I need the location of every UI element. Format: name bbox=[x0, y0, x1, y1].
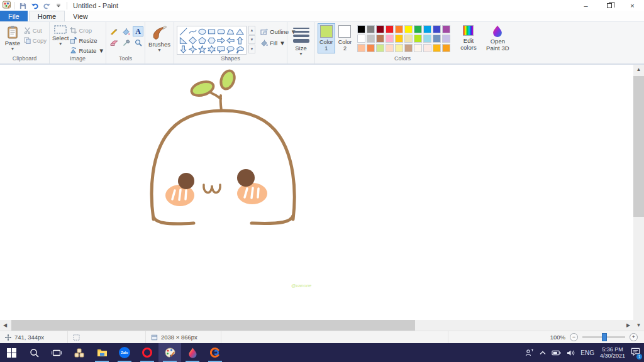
save-button[interactable] bbox=[18, 1, 28, 11]
palette-swatch[interactable] bbox=[357, 35, 365, 43]
palette-swatch[interactable] bbox=[414, 35, 422, 43]
taskbar-swirl-app-icon[interactable] bbox=[204, 343, 226, 362]
palette-swatch[interactable] bbox=[414, 25, 422, 33]
language-indicator[interactable]: ENG bbox=[580, 349, 594, 356]
shapes-scroll-up-icon[interactable]: ▲ bbox=[248, 26, 255, 35]
people-icon[interactable] bbox=[525, 349, 534, 356]
cut-button[interactable]: Cut bbox=[24, 26, 47, 35]
pencil-tool[interactable] bbox=[109, 26, 119, 36]
shape-rectangle[interactable] bbox=[207, 27, 216, 36]
clock[interactable]: 5:36 PM 4/30/2021 bbox=[600, 346, 625, 359]
restore-button[interactable] bbox=[597, 0, 621, 11]
quick-access-dropdown-icon[interactable] bbox=[53, 1, 64, 11]
palette-swatch[interactable] bbox=[386, 25, 394, 33]
edit-colors-button[interactable]: Editcolors bbox=[455, 23, 482, 51]
taskbar-task-view-icon[interactable] bbox=[45, 343, 68, 362]
palette-swatch[interactable] bbox=[367, 25, 375, 33]
magnifier-tool[interactable] bbox=[133, 38, 143, 48]
vertical-scroll-thumb[interactable] bbox=[633, 76, 644, 217]
palette-swatch[interactable] bbox=[376, 35, 384, 43]
zoom-slider-thumb[interactable] bbox=[602, 333, 607, 341]
taskbar-file-explorer-icon[interactable] bbox=[91, 343, 113, 362]
text-tool[interactable]: A bbox=[133, 26, 143, 36]
palette-swatch[interactable] bbox=[386, 35, 394, 43]
palette-swatch[interactable] bbox=[404, 44, 413, 52]
zoom-slider[interactable] bbox=[582, 336, 625, 338]
horizontal-scroll-thumb[interactable] bbox=[11, 320, 415, 331]
brushes-button[interactable]: Brushes ▼ bbox=[148, 23, 171, 52]
drawing-canvas[interactable]: @vanone bbox=[0, 65, 633, 320]
tab-home[interactable]: Home bbox=[29, 11, 65, 21]
hidden-icons-chevron-icon[interactable] bbox=[540, 351, 546, 355]
palette-swatch[interactable] bbox=[423, 25, 431, 33]
shape-callout-oval[interactable] bbox=[226, 45, 235, 53]
shape-callout-cloud[interactable] bbox=[235, 45, 245, 53]
undo-icon[interactable] bbox=[30, 1, 40, 11]
palette-swatch[interactable] bbox=[442, 35, 450, 43]
select-button[interactable]: Select ▼ bbox=[52, 23, 69, 45]
action-center-button[interactable]: 1 bbox=[631, 347, 640, 358]
close-button[interactable]: × bbox=[621, 0, 644, 11]
vertical-scrollbar[interactable]: ▲ ▼ bbox=[633, 65, 644, 331]
palette-swatch[interactable] bbox=[433, 25, 441, 33]
palette-swatch[interactable] bbox=[395, 44, 403, 52]
horizontal-scrollbar[interactable]: ◀ ▶ bbox=[0, 320, 633, 331]
palette-swatch[interactable] bbox=[367, 44, 375, 52]
tab-view[interactable]: View bbox=[65, 11, 96, 21]
palette-swatch[interactable] bbox=[433, 35, 441, 43]
taskbar-start-icon[interactable] bbox=[0, 343, 23, 362]
shape-arrow-left[interactable] bbox=[226, 36, 235, 45]
shapes-scroll-down-icon[interactable]: ▼ bbox=[248, 35, 255, 44]
shape-diamond[interactable] bbox=[188, 36, 197, 45]
scroll-up-icon[interactable]: ▲ bbox=[636, 65, 641, 75]
minimize-button[interactable]: – bbox=[574, 0, 597, 11]
taskbar-tiles-app-icon[interactable] bbox=[68, 343, 91, 362]
shape-line[interactable] bbox=[179, 27, 188, 36]
shape-hexagon[interactable] bbox=[207, 36, 216, 45]
rotate-button[interactable]: Rotate ▼ bbox=[70, 46, 104, 55]
color2-button[interactable]: Color 2 bbox=[336, 23, 354, 53]
zoom-in-button[interactable]: + bbox=[630, 333, 638, 341]
shape-pentagon[interactable] bbox=[197, 36, 207, 45]
scroll-down-icon[interactable]: ▼ bbox=[636, 321, 641, 331]
zoom-out-button[interactable]: − bbox=[570, 333, 578, 341]
palette-swatch[interactable] bbox=[357, 25, 365, 33]
scroll-right-icon[interactable]: ▶ bbox=[623, 322, 633, 328]
taskbar-opera-icon[interactable] bbox=[136, 343, 158, 362]
shape-polygon[interactable] bbox=[226, 27, 235, 36]
palette-swatch[interactable] bbox=[376, 44, 384, 52]
copy-button[interactable]: Copy bbox=[24, 36, 47, 45]
shape-arrow-up[interactable] bbox=[235, 36, 245, 45]
taskbar-search-icon[interactable] bbox=[23, 343, 45, 362]
redo-icon[interactable] bbox=[42, 1, 52, 11]
palette-swatch[interactable] bbox=[404, 35, 413, 43]
battery-icon[interactable] bbox=[552, 350, 561, 356]
taskbar-paint-3d-icon[interactable] bbox=[181, 343, 204, 362]
fill-bucket-tool[interactable] bbox=[121, 26, 131, 36]
palette-swatch[interactable] bbox=[442, 25, 450, 33]
palette-swatch[interactable] bbox=[357, 44, 365, 52]
shape-star-5[interactable] bbox=[197, 45, 207, 53]
palette-swatch[interactable] bbox=[376, 25, 384, 33]
shape-star-6[interactable] bbox=[207, 45, 216, 53]
eraser-tool[interactable] bbox=[109, 38, 119, 48]
shape-curve[interactable] bbox=[188, 27, 197, 36]
size-button[interactable]: Size ▼ bbox=[290, 23, 312, 55]
taskbar-paint-icon[interactable] bbox=[158, 343, 181, 362]
shape-rounded-rectangle[interactable] bbox=[216, 27, 226, 36]
shape-ellipse[interactable] bbox=[197, 27, 207, 36]
tab-file[interactable]: File bbox=[0, 11, 28, 21]
color1-button[interactable]: Color 1 bbox=[318, 23, 335, 53]
shape-arrow-right[interactable] bbox=[216, 36, 226, 45]
palette-swatch[interactable] bbox=[404, 25, 413, 33]
shape-arrow-down[interactable] bbox=[179, 45, 188, 53]
paste-button[interactable]: Paste ▼ bbox=[3, 23, 23, 50]
palette-swatch[interactable] bbox=[423, 44, 431, 52]
palette-swatch[interactable] bbox=[386, 44, 394, 52]
shapes-more-icon[interactable]: ▼ bbox=[248, 45, 255, 53]
crop-button[interactable]: Crop bbox=[70, 26, 104, 35]
shape-callout-rounded[interactable] bbox=[216, 45, 226, 53]
resize-button[interactable]: Resize bbox=[70, 36, 104, 45]
shape-right-triangle[interactable] bbox=[179, 36, 188, 45]
eyedropper-tool[interactable] bbox=[121, 38, 131, 48]
